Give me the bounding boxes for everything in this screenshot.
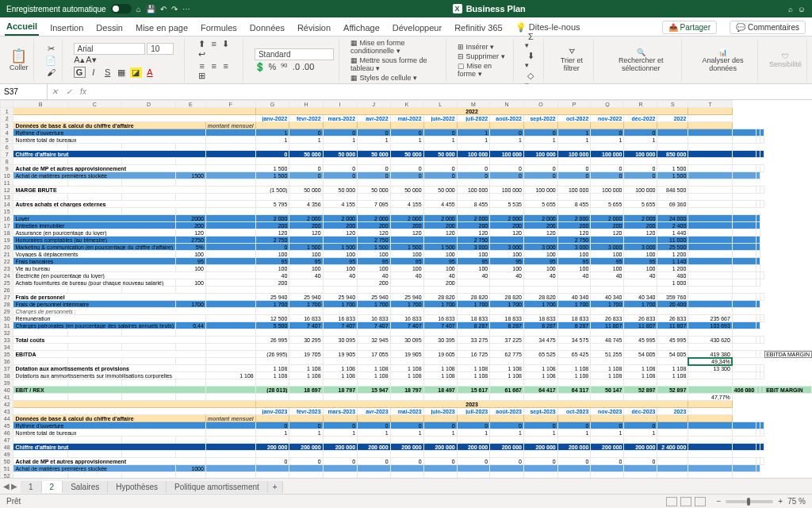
find-select-button[interactable]: 🔍Rechercher et sélectionner bbox=[605, 48, 676, 72]
spreadsheet-grid[interactable]: BCDEFGHIJKLMNOPQRST120222janv-2022févr-2… bbox=[0, 100, 812, 478]
align-bot-icon[interactable]: ⬇ bbox=[220, 39, 232, 49]
redo-icon[interactable]: ↷ bbox=[171, 5, 178, 13]
tab-refinitiv[interactable]: Refinitiv 365 bbox=[453, 20, 504, 36]
undo-icon[interactable]: ↶ bbox=[160, 5, 167, 13]
name-box[interactable]: S37 bbox=[0, 84, 48, 99]
format-button[interactable]: ▢ Mise en forme ▾ bbox=[458, 62, 508, 78]
sort-filter-button[interactable]: ᗊTrier et filtrer bbox=[555, 48, 588, 72]
status-ready: Prêt bbox=[6, 497, 21, 506]
search-icon[interactable]: ⌕ bbox=[788, 5, 793, 13]
dec-dec-icon[interactable]: .00 bbox=[302, 62, 314, 71]
titlebar: Enregistrement automatique ⌂ 💾 ↶ ↷ ⋯ XBu… bbox=[0, 0, 812, 17]
ribbon: 📋Coller ✂ 📄 🖌 Arial 10 A▴A▾ G I S ▦ ◪ A … bbox=[0, 37, 812, 84]
view-layout-icon[interactable] bbox=[680, 497, 691, 506]
percent-icon[interactable]: % bbox=[266, 62, 278, 71]
underline-button[interactable]: S bbox=[102, 67, 113, 77]
zoom-level: 75 % bbox=[787, 497, 806, 506]
autosum-icon[interactable]: Σ bbox=[525, 32, 537, 41]
fx-icon[interactable]: fx bbox=[76, 87, 90, 96]
tab-formules[interactable]: Formules bbox=[199, 20, 239, 36]
delete-button[interactable]: ⊟ Supprimer ▾ bbox=[458, 52, 508, 60]
ribbon-tabs: Accueil Insertion Dessin Mise en page Fo… bbox=[0, 17, 812, 37]
account-icon[interactable]: ☺ bbox=[798, 5, 806, 13]
fill-color-icon[interactable]: ◪ bbox=[130, 67, 142, 78]
copy-icon[interactable]: 📄 bbox=[45, 56, 57, 66]
more-icon[interactable]: ⋯ bbox=[182, 5, 190, 13]
sheet-tabs: ◀▶ 1 2 Salaires Hypothèses Politique amo… bbox=[0, 478, 812, 494]
grow-font-icon[interactable]: A▴ bbox=[74, 55, 86, 65]
currency-icon[interactable]: 💲 bbox=[255, 62, 266, 72]
italic-button[interactable]: I bbox=[87, 67, 99, 77]
tab-accueil[interactable]: Accueil bbox=[5, 18, 39, 36]
tab-affichage[interactable]: Affichage bbox=[342, 20, 381, 36]
comments-button[interactable]: 💬 Commentaires bbox=[730, 21, 806, 34]
align-mid-icon[interactable]: ≡ bbox=[208, 39, 220, 48]
font-select[interactable]: Arial bbox=[74, 43, 145, 55]
border-icon[interactable]: ▦ bbox=[116, 67, 128, 78]
cond-format-button[interactable]: ▦ Mise en forme conditionnelle ▾ bbox=[350, 39, 441, 55]
doc-title: Business Plan bbox=[466, 4, 526, 13]
formula-bar: S37 ✕ ✓ fx bbox=[0, 84, 812, 100]
sheet-tab-salaires[interactable]: Salaires bbox=[63, 481, 108, 493]
table-format-button[interactable]: ▦ Mettre sous forme de tableau ▾ bbox=[350, 56, 441, 72]
align-left-icon[interactable]: ≡ bbox=[196, 61, 208, 71]
font-color-icon[interactable]: A bbox=[144, 67, 155, 77]
size-select[interactable]: 10 bbox=[147, 43, 174, 55]
tab-insertion[interactable]: Insertion bbox=[48, 20, 85, 36]
sheet-tab-politique[interactable]: Politique amortissement bbox=[167, 481, 268, 493]
home-icon[interactable]: ⌂ bbox=[136, 5, 141, 13]
autosave-label: Enregistrement automatique bbox=[6, 5, 106, 13]
sheet-tab-1[interactable]: 1 bbox=[21, 481, 42, 493]
brush-icon[interactable]: 🖌 bbox=[45, 67, 57, 77]
zoom-out-icon[interactable]: − bbox=[717, 497, 722, 506]
align-top-icon[interactable]: ⬆ bbox=[196, 39, 208, 49]
autosave-toggle[interactable] bbox=[111, 4, 132, 13]
tab-revision[interactable]: Révision bbox=[296, 20, 332, 36]
align-right-icon[interactable]: ≡ bbox=[220, 61, 232, 71]
fill-icon[interactable]: ⬇ bbox=[525, 51, 537, 61]
sensitivity-button[interactable]: 🛡Sensibilité bbox=[769, 52, 802, 68]
number-format-select[interactable]: Standard bbox=[255, 48, 334, 60]
cancel-fx-icon[interactable]: ✕ bbox=[48, 87, 62, 96]
align-center-icon[interactable]: ≡ bbox=[208, 61, 220, 71]
clear-icon[interactable]: ◇ bbox=[525, 71, 537, 81]
save-icon[interactable]: 💾 bbox=[146, 5, 155, 13]
tab-donnees[interactable]: Données bbox=[248, 20, 286, 36]
insert-button[interactable]: ⊞ Insérer ▾ bbox=[458, 43, 508, 51]
shrink-font-icon[interactable]: A▾ bbox=[86, 55, 98, 65]
zoom-in-icon[interactable]: + bbox=[778, 497, 783, 506]
tab-dessin[interactable]: Dessin bbox=[94, 20, 124, 36]
tab-mise-en-page[interactable]: Mise en page bbox=[134, 20, 190, 36]
share-button[interactable]: 📤 Partager bbox=[662, 21, 717, 34]
view-normal-icon[interactable] bbox=[666, 497, 677, 506]
zoom-slider[interactable] bbox=[726, 500, 773, 503]
excel-logo-icon: X bbox=[453, 4, 462, 13]
sheet-tab-2[interactable]: 2 bbox=[42, 481, 63, 493]
tab-next-icon[interactable]: ▶ bbox=[11, 482, 17, 491]
add-sheet-button[interactable]: + bbox=[268, 481, 283, 493]
cell-styles-button[interactable]: ▦ Styles de cellule ▾ bbox=[350, 74, 441, 82]
tab-tellme[interactable]: 💡 Dites-le-nous bbox=[514, 19, 582, 36]
analyze-data-button[interactable]: 📊Analyser des données bbox=[693, 48, 753, 72]
view-break-icon[interactable] bbox=[695, 497, 706, 506]
sheet-tab-hypotheses[interactable]: Hypothèses bbox=[108, 481, 167, 493]
comma-icon[interactable]: ⁹⁰ bbox=[278, 62, 290, 72]
inc-dec-icon[interactable]: .0 bbox=[290, 62, 302, 71]
wrap-icon[interactable]: ↩ bbox=[196, 49, 208, 60]
tab-prev-icon[interactable]: ◀ bbox=[3, 482, 10, 491]
merge-icon[interactable]: ⊞ bbox=[196, 71, 208, 81]
cut-icon[interactable]: ✂ bbox=[45, 44, 57, 54]
status-bar: Prêt − + 75 % bbox=[0, 494, 812, 508]
bold-button[interactable]: G bbox=[74, 67, 86, 78]
accept-fx-icon[interactable]: ✓ bbox=[62, 87, 76, 96]
tab-developpeur[interactable]: Développeur bbox=[391, 20, 443, 36]
paste-button[interactable]: 📋Coller bbox=[10, 49, 29, 71]
